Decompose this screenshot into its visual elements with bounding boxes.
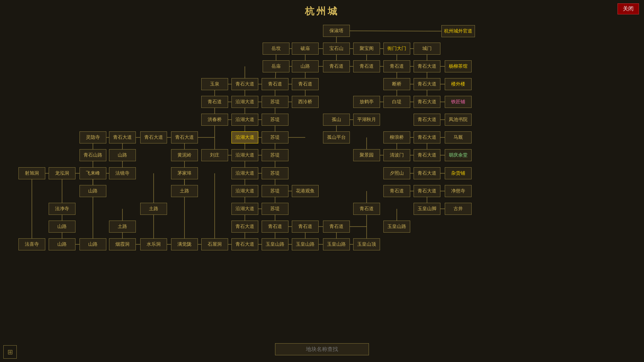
node-qingshidadao7[interactable]: 青石大道 [140,131,167,143]
node-hangzhouchengwai[interactable]: 杭州城外官道 [441,25,475,37]
node-louwailo[interactable]: 楼外楼 [445,78,472,90]
node-qingshidadao1[interactable]: 青石大道 [414,60,440,72]
node-yuquan[interactable]: 玉泉 [201,78,228,90]
node-qingshidadao3[interactable]: 青石大道 [414,78,440,90]
node-gushanpingtai[interactable]: 孤山平台 [323,131,350,143]
node-huqingyu[interactable]: 胡庆余堂 [445,149,472,161]
node-tulu3[interactable]: 土路 [109,221,136,233]
node-liulanqiao[interactable]: 柳浪桥 [383,131,410,143]
node-yuhuangshanlv2[interactable]: 玉皇山路 [262,238,288,250]
search-input[interactable] [275,343,369,355]
node-qingshidao10[interactable]: 青石道 [292,221,319,233]
node-huagangguanyu[interactable]: 花港观鱼 [292,185,319,197]
node-qingshidao3[interactable]: 青石道 [383,60,410,72]
node-felaifeng[interactable]: 飞来峰 [79,167,106,179]
node-qingshidao11[interactable]: 青石道 [323,221,350,233]
node-yanhu7[interactable]: 沿湖大道 [231,203,258,215]
node-yuhuangshanling[interactable]: 玉皇山顶 [353,238,380,250]
node-sudi4[interactable]: 苏堤 [262,149,288,161]
close-button[interactable]: 关闭 [618,3,639,14]
node-yanhu3[interactable]: 沿湖大道 [231,131,258,143]
node-yanhu4[interactable]: 沿湖大道 [231,149,258,161]
node-fajingsi2[interactable]: 法净寺 [49,203,75,215]
node-qingshidao4[interactable]: 青石道 [262,78,288,90]
node-shanlu4[interactable]: 山路 [49,221,75,233]
node-sudi1[interactable]: 苏堤 [262,96,288,108]
node-qingshidadao14[interactable]: 青石大道 [231,238,258,250]
node-qingshishanlu[interactable]: 青石山路 [79,149,106,161]
node-qingbomen[interactable]: 清波门 [383,149,410,161]
node-qingshidadao13[interactable]: 青石大道 [231,221,258,233]
node-yuhuangshanlu4[interactable]: 玉皇山路 [323,238,350,250]
node-maojiabu[interactable]: 茅家埠 [171,167,198,179]
node-yuhuangshanlu3[interactable]: 玉皇山路 [292,238,319,250]
node-tulu1[interactable]: 土路 [171,185,198,197]
node-yuemiao[interactable]: 岳庙 [263,60,289,72]
node-sudi5[interactable]: 苏堤 [262,167,288,179]
node-shanlu5[interactable]: 山路 [49,238,75,250]
node-manjuedian[interactable]: 满觉陇 [171,238,198,250]
node-fengchi[interactable]: 凤池书院 [445,114,472,126]
node-jubao[interactable]: 聚宝阁 [353,43,380,55]
node-tulu2[interactable]: 土路 [140,203,167,215]
node-yanhu1[interactable]: 沿湖大道 [231,96,258,108]
node-fanghe[interactable]: 放鹤亭 [353,96,380,108]
node-shexudong[interactable]: 射旭洞 [18,167,45,179]
node-shuiledong[interactable]: 水乐洞 [140,238,167,250]
node-qingshidao7[interactable]: 青石道 [383,185,410,197]
node-jujingyuan[interactable]: 聚景园 [353,149,380,161]
node-sudi7[interactable]: 苏堤 [262,203,288,215]
node-yanhu2[interactable]: 沿湖大道 [231,114,258,126]
node-chengmen[interactable]: 城门 [414,43,440,55]
node-yanhu5[interactable]: 沿湖大道 [231,167,258,179]
node-gujing[interactable]: 古井 [445,203,472,215]
node-huangnigang[interactable]: 黄泥岭 [171,149,198,161]
node-zahuo[interactable]: 杂货铺 [445,167,472,179]
node-tiezhuang[interactable]: 铁匠铺 [445,96,472,108]
node-qingshidadao4[interactable]: 青石大道 [414,96,440,108]
node-qingshidao5[interactable]: 青石道 [292,78,319,90]
node-pomiao[interactable]: 破庙 [292,43,319,55]
node-qingshidadao11[interactable]: 青石大道 [414,167,440,179]
node-qingshidadao2[interactable]: 青石大道 [231,78,258,90]
node-qingshidao1[interactable]: 青石道 [323,60,350,72]
node-duanqiao[interactable]: 断桥 [383,78,410,90]
node-shanlu3[interactable]: 山路 [79,185,106,197]
node-baidi[interactable]: 白堤 [383,96,410,108]
node-yuefeng[interactable]: 岳坟 [263,43,289,55]
node-shanlu2[interactable]: 山路 [109,149,136,161]
node-yuhuangshanlv[interactable]: 玉皇山路 [383,221,410,233]
node-qingshidadao5[interactable]: 青石大道 [414,114,440,126]
node-hongchunqiao[interactable]: 洪春桥 [201,114,228,126]
node-xizhaoshan[interactable]: 夕照山 [383,167,410,179]
node-qingshidao2[interactable]: 青石道 [353,60,380,72]
node-qingshidadao12[interactable]: 青石大道 [414,185,440,197]
node-yangliu[interactable]: 杨柳茶馆 [445,60,472,72]
node-sudi2[interactable]: 苏堤 [262,114,288,126]
node-qingshidadao6[interactable]: 青石大道 [109,131,136,143]
node-jingcisi[interactable]: 净慈寺 [445,185,472,197]
node-shanlu6[interactable]: 山路 [79,238,106,250]
node-yonmen[interactable]: 衙门大门 [383,43,410,55]
node-faxisi[interactable]: 法喜寺 [18,238,45,250]
node-xilengqiao[interactable]: 西泠桥 [292,96,319,108]
node-fajingsi[interactable]: 法镜寺 [109,167,136,179]
node-lingyinsi[interactable]: 灵隐寺 [79,131,106,143]
node-qingshidao6[interactable]: 青石道 [201,96,228,108]
node-pinghuqiuyue[interactable]: 平湖秋月 [353,114,380,126]
node-qingshidao9[interactable]: 青石道 [262,221,288,233]
node-baoshishan[interactable]: 宝石山 [323,43,350,55]
node-sudi3[interactable]: 苏堤 [262,131,288,143]
node-yuhuangshanji[interactable]: 玉皇山脚 [414,203,440,215]
node-qingshidao8[interactable]: 青石道 [353,203,380,215]
node-baosuta[interactable]: 保淑塔 [323,25,350,37]
node-qingshidadao8[interactable]: 青石大道 [171,131,198,143]
node-gushan[interactable]: 孤山 [323,114,350,126]
node-shiwudong[interactable]: 石屋洞 [201,238,228,250]
node-qingshidadao10[interactable]: 青石大道 [414,149,440,161]
node-yanhu6[interactable]: 沿湖大道 [231,185,258,197]
node-liuzhuang[interactable]: 刘庄 [201,149,228,161]
node-qingshidadao9[interactable]: 青石大道 [414,131,440,143]
node-shanlu1[interactable]: 山路 [292,60,319,72]
node-yanwudong[interactable]: 烟霞洞 [109,238,136,250]
